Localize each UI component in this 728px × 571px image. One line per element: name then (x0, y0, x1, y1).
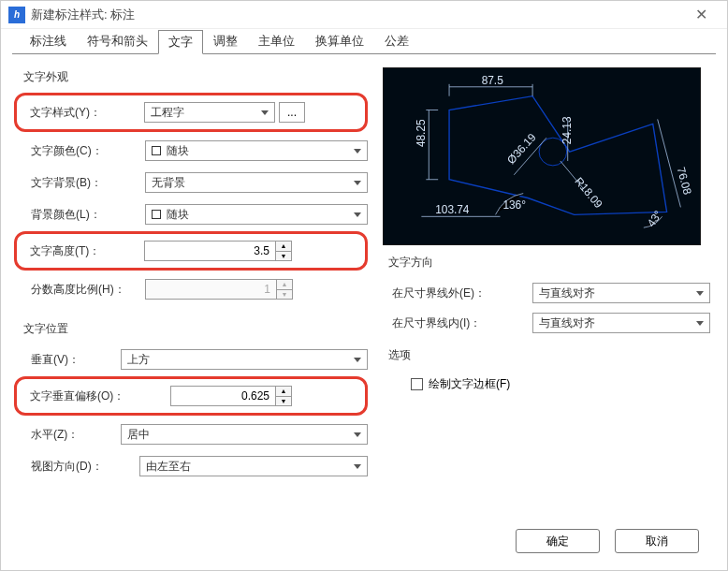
svg-text:76.08: 76.08 (675, 166, 694, 197)
svg-text:48.25: 48.25 (415, 119, 428, 147)
label-viewdir: 视图方向(D)： (31, 459, 139, 475)
dialog-footer: 确定 取消 (516, 529, 699, 553)
group-appearance-title: 文字外观 (23, 69, 368, 85)
label-text-bg: 文字背景(B)： (31, 175, 145, 191)
byblock-swatch-icon (152, 146, 161, 155)
tab-alt[interactable]: 换算单位 (305, 29, 374, 53)
tab-fit[interactable]: 调整 (203, 29, 248, 53)
titlebar: h 新建标注样式: 标注 ✕ (1, 1, 727, 29)
svg-text:136°: 136° (502, 198, 526, 212)
tab-text[interactable]: 文字 (158, 30, 203, 54)
input-frac-height (145, 279, 276, 300)
spin-down-icon[interactable]: ▼ (275, 251, 292, 262)
label-outside: 在尺寸界线外(E)： (392, 286, 532, 301)
tab-symbols[interactable]: 符号和箭头 (77, 29, 158, 53)
dialog-window: h 新建标注样式: 标注 ✕ 标注线 符号和箭头 文字 调整 主单位 换算单位 … (0, 0, 728, 571)
dimension-preview: 87.5 48.25 Ø36.19 24.13 R18.09 76.08 103… (383, 67, 701, 245)
select-vertical[interactable]: 上方 (121, 349, 368, 370)
svg-marker-0 (449, 96, 667, 215)
label-frac-height: 分数高度比例(H)： (31, 282, 145, 298)
select-inside[interactable]: 与直线对齐 (532, 313, 710, 333)
svg-text:87.5: 87.5 (482, 74, 503, 87)
spinner-frac-height: ▲ ▼ (145, 279, 293, 300)
label-vertical: 垂直(V)： (31, 352, 121, 368)
byblock-swatch-icon (152, 210, 161, 219)
label-horizontal: 水平(Z)： (31, 427, 121, 443)
svg-text:Ø36.19: Ø36.19 (504, 130, 539, 167)
label-text-height: 文字高度(T)： (30, 243, 144, 259)
app-icon: h (8, 7, 25, 23)
tab-bar: 标注线 符号和箭头 文字 调整 主单位 换算单位 公差 (1, 29, 727, 53)
group-options-title: 选项 (388, 347, 710, 363)
svg-text:24.13: 24.13 (561, 116, 574, 144)
ok-button[interactable]: 确定 (516, 529, 600, 553)
group-direction-title: 文字方向 (388, 255, 710, 271)
cancel-button[interactable]: 取消 (615, 529, 699, 553)
tab-dimline[interactable]: 标注线 (20, 29, 77, 53)
spinner-text-height[interactable]: ▲ ▼ (144, 241, 292, 261)
label-text-style: 文字样式(Y)： (30, 105, 144, 121)
select-viewdir[interactable]: 由左至右 (139, 456, 368, 476)
select-text-bg[interactable]: 无背景 (145, 172, 368, 193)
label-draw-frame: 绘制文字边框(F) (429, 376, 510, 392)
spinner-vert-offset[interactable]: ▲ ▼ (170, 386, 292, 406)
tab-tolerance[interactable]: 公差 (374, 29, 419, 53)
svg-text:R18.09: R18.09 (572, 175, 605, 212)
select-text-style[interactable]: 工程字 (144, 102, 275, 123)
select-horizontal[interactable]: 居中 (121, 424, 368, 445)
label-bg-color: 背景颜色(L)： (31, 207, 145, 223)
window-title: 新建标注样式: 标注 (31, 7, 135, 23)
checkbox-draw-frame[interactable] (411, 378, 423, 390)
spin-down-icon[interactable]: ▼ (275, 396, 292, 407)
spin-up-icon: ▲ (276, 279, 293, 289)
select-bg-color[interactable]: 随块 (145, 204, 368, 225)
spin-up-icon[interactable]: ▲ (275, 241, 292, 251)
select-outside[interactable]: 与直线对齐 (532, 283, 710, 303)
label-vert-offset: 文字垂直偏移(O)： (30, 388, 170, 404)
highlight-text-style: 文字样式(Y)： 工程字 ... (14, 93, 368, 132)
select-text-color[interactable]: 随块 (145, 140, 368, 161)
svg-line-8 (658, 119, 681, 207)
svg-text:103.74: 103.74 (435, 203, 470, 216)
input-vert-offset[interactable] (170, 386, 275, 406)
text-style-browse-button[interactable]: ... (279, 102, 305, 123)
input-text-height[interactable] (144, 241, 275, 261)
label-inside: 在尺寸界线内(I)： (392, 315, 532, 331)
tab-primary[interactable]: 主单位 (248, 29, 305, 53)
spin-down-icon: ▼ (276, 289, 293, 300)
close-button[interactable]: ✕ (682, 2, 720, 28)
highlight-vert-offset: 文字垂直偏移(O)： ▲ ▼ (14, 376, 368, 416)
label-text-color: 文字颜色(C)： (31, 143, 145, 159)
group-position-title: 文字位置 (23, 321, 368, 337)
spin-up-icon[interactable]: ▲ (275, 386, 292, 396)
highlight-text-height: 文字高度(T)： ▲ ▼ (14, 231, 368, 271)
